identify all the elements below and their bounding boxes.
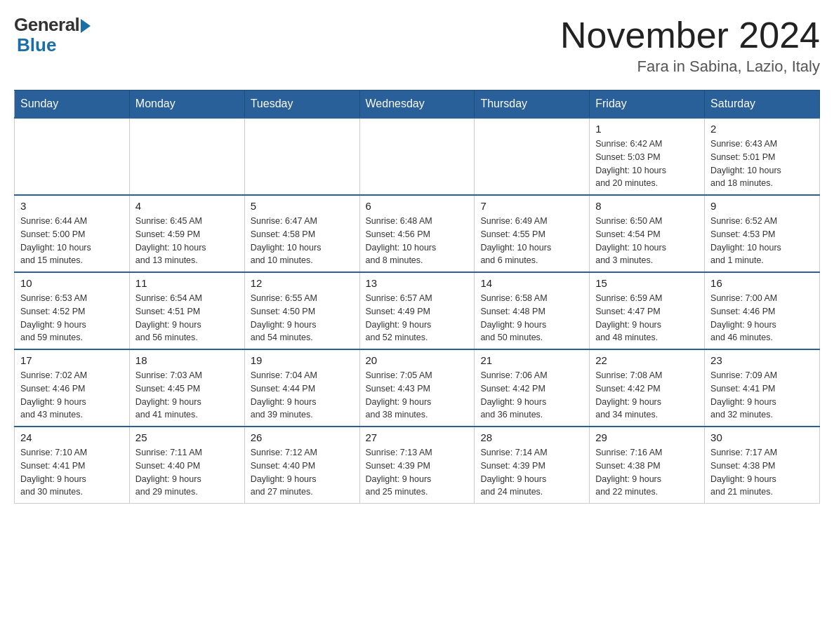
- day-info: Sunrise: 6:44 AMSunset: 5:00 PMDaylight:…: [20, 215, 124, 267]
- calendar-cell: 22Sunrise: 7:08 AMSunset: 4:42 PMDayligh…: [590, 349, 705, 427]
- day-number: 17: [20, 354, 124, 366]
- day-info: Sunrise: 7:13 AMSunset: 4:39 PMDaylight:…: [366, 446, 469, 499]
- day-info: Sunrise: 7:05 AMSunset: 4:43 PMDaylight:…: [366, 369, 469, 422]
- calendar-day-header: Monday: [129, 90, 244, 119]
- day-info: Sunrise: 6:52 AMSunset: 4:53 PMDaylight:…: [710, 215, 814, 267]
- day-info: Sunrise: 6:57 AMSunset: 4:49 PMDaylight:…: [366, 292, 469, 344]
- calendar-cell: 20Sunrise: 7:05 AMSunset: 4:43 PMDayligh…: [359, 349, 475, 427]
- day-number: 27: [366, 431, 469, 443]
- calendar-cell: 18Sunrise: 7:03 AMSunset: 4:45 PMDayligh…: [129, 349, 244, 427]
- day-number: 13: [366, 277, 469, 289]
- day-info: Sunrise: 7:11 AMSunset: 4:40 PMDaylight:…: [135, 446, 239, 499]
- calendar-cell: 1Sunrise: 6:42 AMSunset: 5:03 PMDaylight…: [590, 118, 705, 195]
- day-number: 6: [366, 200, 469, 212]
- day-info: Sunrise: 6:53 AMSunset: 4:52 PMDaylight:…: [20, 292, 124, 344]
- day-info: Sunrise: 7:17 AMSunset: 4:38 PMDaylight:…: [710, 446, 814, 499]
- calendar-cell: 8Sunrise: 6:50 AMSunset: 4:54 PMDaylight…: [590, 195, 705, 272]
- day-info: Sunrise: 6:49 AMSunset: 4:55 PMDaylight:…: [480, 215, 583, 267]
- calendar-cell: [359, 118, 475, 195]
- calendar-header-row: SundayMondayTuesdayWednesdayThursdayFrid…: [15, 90, 820, 119]
- day-number: 20: [366, 354, 469, 366]
- day-info: Sunrise: 6:58 AMSunset: 4:48 PMDaylight:…: [480, 292, 583, 344]
- calendar-cell: 29Sunrise: 7:16 AMSunset: 4:38 PMDayligh…: [590, 427, 705, 504]
- calendar-cell: 6Sunrise: 6:48 AMSunset: 4:56 PMDaylight…: [359, 195, 475, 272]
- day-number: 4: [135, 200, 239, 212]
- day-info: Sunrise: 7:03 AMSunset: 4:45 PMDaylight:…: [135, 369, 239, 422]
- calendar-cell: 11Sunrise: 6:54 AMSunset: 4:51 PMDayligh…: [129, 272, 244, 349]
- calendar-table: SundayMondayTuesdayWednesdayThursdayFrid…: [14, 90, 820, 504]
- calendar-cell: 16Sunrise: 7:00 AMSunset: 4:46 PMDayligh…: [705, 272, 820, 349]
- day-number: 29: [595, 431, 699, 443]
- calendar-cell: 19Sunrise: 7:04 AMSunset: 4:44 PMDayligh…: [244, 349, 359, 427]
- logo-general-text: General: [14, 14, 79, 36]
- day-number: 3: [20, 200, 124, 212]
- calendar-day-header: Thursday: [475, 90, 590, 119]
- day-info: Sunrise: 6:45 AMSunset: 4:59 PMDaylight:…: [135, 215, 239, 267]
- day-number: 23: [710, 354, 814, 366]
- day-number: 16: [710, 277, 814, 289]
- calendar-cell: 15Sunrise: 6:59 AMSunset: 4:47 PMDayligh…: [590, 272, 705, 349]
- calendar-week-row: 3Sunrise: 6:44 AMSunset: 5:00 PMDaylight…: [15, 195, 820, 272]
- calendar-cell: 2Sunrise: 6:43 AMSunset: 5:01 PMDaylight…: [705, 118, 820, 195]
- calendar-cell: 3Sunrise: 6:44 AMSunset: 5:00 PMDaylight…: [15, 195, 130, 272]
- day-number: 1: [595, 123, 699, 135]
- calendar-cell: 9Sunrise: 6:52 AMSunset: 4:53 PMDaylight…: [705, 195, 820, 272]
- calendar-cell: 24Sunrise: 7:10 AMSunset: 4:41 PMDayligh…: [15, 427, 130, 504]
- day-info: Sunrise: 6:55 AMSunset: 4:50 PMDaylight:…: [251, 292, 354, 344]
- day-number: 9: [710, 200, 814, 212]
- day-info: Sunrise: 6:50 AMSunset: 4:54 PMDaylight:…: [595, 215, 699, 267]
- calendar-cell: 27Sunrise: 7:13 AMSunset: 4:39 PMDayligh…: [359, 427, 475, 504]
- day-number: 28: [480, 431, 583, 443]
- calendar-cell: 17Sunrise: 7:02 AMSunset: 4:46 PMDayligh…: [15, 349, 130, 427]
- calendar-cell: 4Sunrise: 6:45 AMSunset: 4:59 PMDaylight…: [129, 195, 244, 272]
- day-number: 30: [710, 431, 814, 443]
- day-info: Sunrise: 7:10 AMSunset: 4:41 PMDaylight:…: [20, 446, 124, 499]
- day-info: Sunrise: 7:02 AMSunset: 4:46 PMDaylight:…: [20, 369, 124, 422]
- day-info: Sunrise: 6:48 AMSunset: 4:56 PMDaylight:…: [366, 215, 469, 267]
- day-number: 19: [251, 354, 354, 366]
- day-number: 18: [135, 354, 239, 366]
- calendar-cell: [15, 118, 130, 195]
- day-number: 8: [595, 200, 699, 212]
- month-title: November 2024: [560, 14, 820, 56]
- calendar-cell: 12Sunrise: 6:55 AMSunset: 4:50 PMDayligh…: [244, 272, 359, 349]
- day-info: Sunrise: 7:14 AMSunset: 4:39 PMDaylight:…: [480, 446, 583, 499]
- day-number: 5: [251, 200, 354, 212]
- day-info: Sunrise: 7:09 AMSunset: 4:41 PMDaylight:…: [710, 369, 814, 422]
- page-header: General Blue November 2024 Fara in Sabin…: [14, 14, 820, 76]
- day-number: 12: [251, 277, 354, 289]
- calendar-day-header: Saturday: [705, 90, 820, 119]
- day-info: Sunrise: 7:04 AMSunset: 4:44 PMDaylight:…: [251, 369, 354, 422]
- day-info: Sunrise: 7:08 AMSunset: 4:42 PMDaylight:…: [595, 369, 699, 422]
- logo-blue-text: Blue: [14, 34, 56, 56]
- calendar-day-header: Tuesday: [244, 90, 359, 119]
- calendar-cell: 23Sunrise: 7:09 AMSunset: 4:41 PMDayligh…: [705, 349, 820, 427]
- location-title: Fara in Sabina, Lazio, Italy: [560, 58, 820, 76]
- calendar-cell: 28Sunrise: 7:14 AMSunset: 4:39 PMDayligh…: [475, 427, 590, 504]
- day-number: 7: [480, 200, 583, 212]
- calendar-cell: 10Sunrise: 6:53 AMSunset: 4:52 PMDayligh…: [15, 272, 130, 349]
- calendar-cell: [129, 118, 244, 195]
- calendar-week-row: 17Sunrise: 7:02 AMSunset: 4:46 PMDayligh…: [15, 349, 820, 427]
- day-info: Sunrise: 6:54 AMSunset: 4:51 PMDaylight:…: [135, 292, 239, 344]
- calendar-cell: 13Sunrise: 6:57 AMSunset: 4:49 PMDayligh…: [359, 272, 475, 349]
- day-number: 2: [710, 123, 814, 135]
- calendar-cell: 21Sunrise: 7:06 AMSunset: 4:42 PMDayligh…: [475, 349, 590, 427]
- logo-triangle-icon: [81, 19, 91, 33]
- day-info: Sunrise: 7:16 AMSunset: 4:38 PMDaylight:…: [595, 446, 699, 499]
- day-number: 24: [20, 431, 124, 443]
- day-info: Sunrise: 7:06 AMSunset: 4:42 PMDaylight:…: [480, 369, 583, 422]
- day-number: 22: [595, 354, 699, 366]
- day-number: 14: [480, 277, 583, 289]
- calendar-week-row: 10Sunrise: 6:53 AMSunset: 4:52 PMDayligh…: [15, 272, 820, 349]
- day-number: 26: [251, 431, 354, 443]
- calendar-cell: 14Sunrise: 6:58 AMSunset: 4:48 PMDayligh…: [475, 272, 590, 349]
- day-info: Sunrise: 6:43 AMSunset: 5:01 PMDaylight:…: [710, 137, 814, 190]
- calendar-cell: [475, 118, 590, 195]
- day-info: Sunrise: 6:59 AMSunset: 4:47 PMDaylight:…: [595, 292, 699, 344]
- calendar-cell: 26Sunrise: 7:12 AMSunset: 4:40 PMDayligh…: [244, 427, 359, 504]
- calendar-cell: 30Sunrise: 7:17 AMSunset: 4:38 PMDayligh…: [705, 427, 820, 504]
- calendar-cell: [244, 118, 359, 195]
- day-number: 25: [135, 431, 239, 443]
- calendar-day-header: Wednesday: [359, 90, 475, 119]
